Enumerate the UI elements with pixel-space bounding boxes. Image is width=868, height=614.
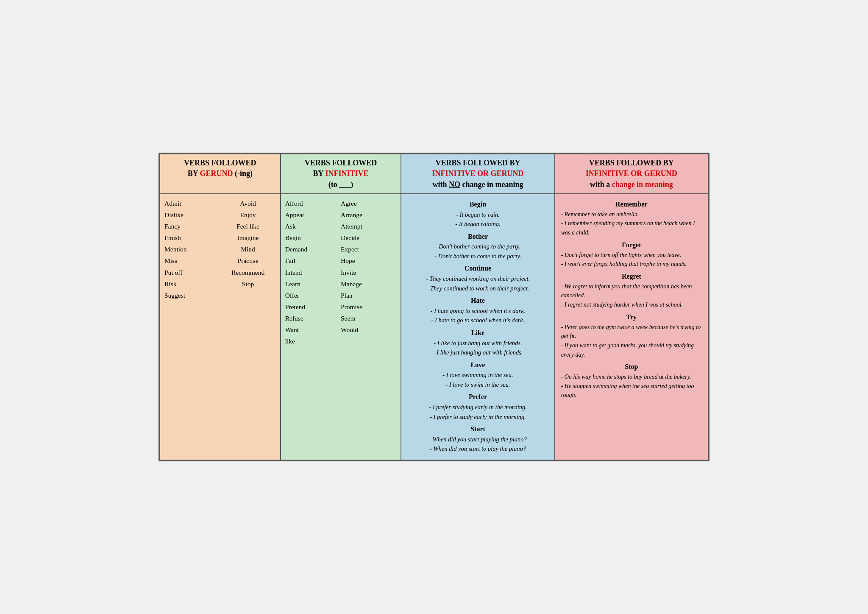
section-remember: Remember - Remember to take an umbrella.… [559, 199, 704, 237]
section-like: Like - I like to just hang out with frie… [406, 328, 550, 357]
header-gerund: VERBS FOLLOWEDBY GERUND (-ing) [160, 154, 281, 194]
section-stop: Stop - On his way home he stops to buy b… [559, 362, 704, 400]
gerund-word-list: AdmitAvoid DislikeEnjoy FancyFeel like F… [160, 194, 281, 460]
header-change: VERBS FOLLOWED BYINFINITIVE OR GERUNDwit… [555, 154, 708, 194]
section-hate: Hate - I hate going to school when it's … [406, 296, 550, 325]
section-try: Try - Peter goes to the gym twice a week… [559, 312, 704, 360]
section-love: Love - I love swimming in the sea. - I l… [406, 360, 550, 390]
change-examples: Remember - Remember to take an umbrella.… [555, 194, 708, 460]
header-no-change: VERBS FOLLOWED BYINFINITIVE OR GERUNDwit… [401, 154, 554, 194]
section-forget: Forget - Don't forget to turn off the li… [559, 240, 704, 269]
section-bother: Bother - Don't bother coming to the part… [406, 232, 550, 261]
section-begin: Begin - It began to rain. - It began rai… [406, 199, 550, 229]
header-infinitive: VERBS FOLLOWEDBY INFINITIVE(to ___) [281, 154, 401, 194]
no-change-examples: Begin - It began to rain. - It began rai… [401, 194, 554, 460]
section-prefer: Prefer - I prefer studying early in the … [406, 392, 550, 421]
section-continue: Continue - They continued working on the… [406, 263, 550, 293]
section-start: Start - When did you start playing the p… [406, 424, 550, 454]
main-table-wrapper: VERBS FOLLOWEDBY GERUND (-ing) VERBS FOL… [159, 153, 709, 461]
section-regret: Regret - We regret to inform you that th… [559, 271, 704, 310]
infinitive-word-list: AffordAgree AppearArrange AskAttempt Beg… [281, 194, 401, 460]
